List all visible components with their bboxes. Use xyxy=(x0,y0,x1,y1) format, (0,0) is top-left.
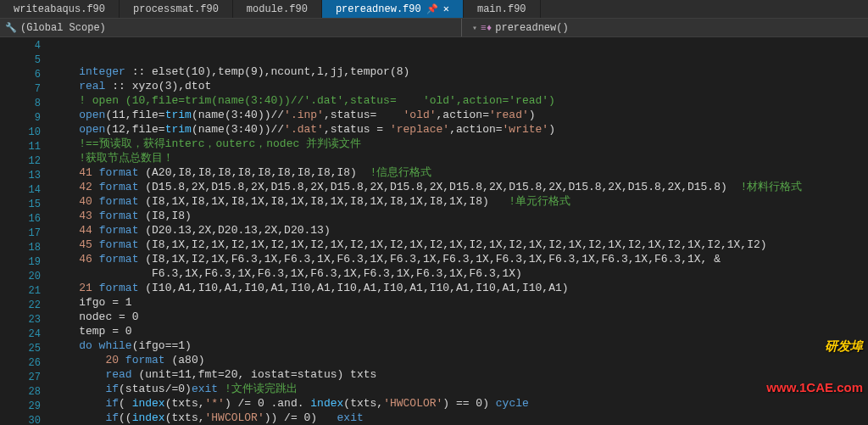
tab-processmat[interactable]: processmat.f90 xyxy=(120,0,233,18)
scope-right-label: prereadnew() xyxy=(495,22,568,34)
code-line[interactable]: do while(ifgo==1) xyxy=(53,338,868,353)
site-badge: 研发埠 www.1CAE.com xyxy=(766,313,863,420)
code-line[interactable]: temp = 0 xyxy=(53,324,868,338)
line-gutter: 4567891011121314151617181920212223242526… xyxy=(0,37,53,425)
line-number: 23 xyxy=(0,313,41,327)
code-line[interactable]: !==预读取，获得interc，outerc，nodec 并判读文件 xyxy=(53,137,868,151)
scope-dropdown-left[interactable]: 🔧 (Global Scope) xyxy=(0,22,461,34)
line-number: 27 xyxy=(0,371,41,385)
tab-module[interactable]: module.f90 xyxy=(233,0,322,18)
badge-cn: 研发埠 xyxy=(766,338,863,355)
scope-left-label: (Global Scope) xyxy=(20,22,106,34)
tab-prereadnew[interactable]: prereadnew.f90 📌 ✕ xyxy=(322,0,464,18)
code-area[interactable]: integer :: elset(10),temp(9),ncount,l,jj… xyxy=(53,37,868,425)
code-line[interactable]: ifgo = 1 xyxy=(53,295,868,310)
close-icon[interactable]: ✕ xyxy=(443,3,449,15)
line-number: 30 xyxy=(0,414,41,425)
line-number: 16 xyxy=(0,212,41,226)
code-editor[interactable]: 4567891011121314151617181920212223242526… xyxy=(0,37,868,425)
scope-dropdown-right[interactable]: ▾ ≡♦ prereadnew() xyxy=(461,19,569,36)
line-number: 9 xyxy=(0,111,41,126)
line-number: 13 xyxy=(0,169,41,183)
file-tabbar: writeabaqus.f90 processmat.f90 module.f9… xyxy=(0,0,868,19)
code-line[interactable]: open(11,file=trim(name(3:40))//'.inp',st… xyxy=(53,108,868,122)
code-line[interactable]: read (unit=11,fmt=20, iostat=status) txt… xyxy=(53,367,868,382)
tab-label: module.f90 xyxy=(247,3,308,15)
line-number: 14 xyxy=(0,183,41,198)
line-number: 21 xyxy=(0,284,41,299)
line-number: 18 xyxy=(0,241,41,255)
code-line[interactable]: open(12,file=trim(name(3:40))//'.dat',st… xyxy=(53,122,868,137)
function-icon: ≡♦ xyxy=(481,23,492,33)
tab-label: main.f90 xyxy=(477,3,526,15)
code-line[interactable]: integer :: elset(10),temp(9),ncount,l,jj… xyxy=(53,64,868,79)
code-line[interactable]: 21 format (I10,A1,I10,A1,I10,A1,I10,A1,I… xyxy=(53,281,868,295)
code-line[interactable]: 43 format (I8,I8) xyxy=(53,209,868,223)
scope-bar: 🔧 (Global Scope) ▾ ≡♦ prereadnew() xyxy=(0,19,868,37)
line-number: 7 xyxy=(0,82,41,97)
code-line[interactable]: 41 format (A20,I8,I8,I8,I8,I8,I8,I8,I8,I… xyxy=(53,165,868,180)
line-number: 6 xyxy=(0,68,41,82)
scope-icon: 🔧 xyxy=(5,22,17,33)
line-number: 15 xyxy=(0,198,41,212)
line-number: 11 xyxy=(0,140,41,154)
line-number: 17 xyxy=(0,226,41,241)
line-number: 10 xyxy=(0,126,41,140)
code-line[interactable]: 42 format (D15.8,2X,D15.8,2X,D15.8,2X,D1… xyxy=(53,180,868,194)
code-line[interactable]: 20 format (a80) xyxy=(53,353,868,367)
pin-icon[interactable]: 📌 xyxy=(426,3,438,14)
tab-main[interactable]: main.f90 xyxy=(464,0,541,18)
code-line[interactable]: real :: xyzo(3),dtot xyxy=(53,79,868,93)
code-line[interactable]: F6.3,1X,F6.3,1X,F6.3,1X,F6.3,1X,F6.3,1X,… xyxy=(53,266,868,281)
badge-url: www.1CAE.com xyxy=(766,380,863,394)
line-number: 12 xyxy=(0,154,41,169)
line-number: 25 xyxy=(0,342,41,356)
line-number: 22 xyxy=(0,299,41,313)
tab-writeabaqus[interactable]: writeabaqus.f90 xyxy=(0,0,120,18)
tab-label: prereadnew.f90 xyxy=(336,3,421,15)
line-number: 20 xyxy=(0,270,41,284)
code-line[interactable]: 40 format (I8,1X,I8,1X,I8,1X,I8,1X,I8,1X… xyxy=(53,194,868,209)
code-line[interactable]: if( index(txts,'*') /= 0 .and. index(txt… xyxy=(53,396,868,411)
code-line[interactable]: nodec = 0 xyxy=(53,310,868,324)
code-line[interactable]: !获取节点总数目！ xyxy=(53,151,868,165)
line-number: 19 xyxy=(0,255,41,270)
line-number: 26 xyxy=(0,356,41,371)
line-number: 8 xyxy=(0,97,41,111)
code-line[interactable]: ! open (10,file=trim(name(3:40))//'.dat'… xyxy=(53,93,868,108)
tab-label: writeabaqus.f90 xyxy=(14,3,105,15)
code-line[interactable]: 44 format (D20.13,2X,D20.13,2X,D20.13) xyxy=(53,223,868,238)
line-number: 28 xyxy=(0,385,41,400)
code-line[interactable]: 46 format (I8,1X,I2,1X,F6.3,1X,F6.3,1X,F… xyxy=(53,252,868,266)
code-line[interactable]: if((index(txts,'HWCOLOR')) /= 0) exit xyxy=(53,411,868,425)
line-number: 5 xyxy=(0,53,41,68)
code-line[interactable]: 45 format (I8,1X,I2,1X,I2,1X,I2,1X,I2,1X… xyxy=(53,238,868,252)
line-number: 4 xyxy=(0,39,41,53)
code-line[interactable]: if(status/=0)exit !文件读完跳出 xyxy=(53,382,868,396)
line-number: 24 xyxy=(0,327,41,342)
tab-label: processmat.f90 xyxy=(133,3,219,15)
line-number: 29 xyxy=(0,400,41,414)
chevron-down-icon: ▾ xyxy=(472,23,477,33)
